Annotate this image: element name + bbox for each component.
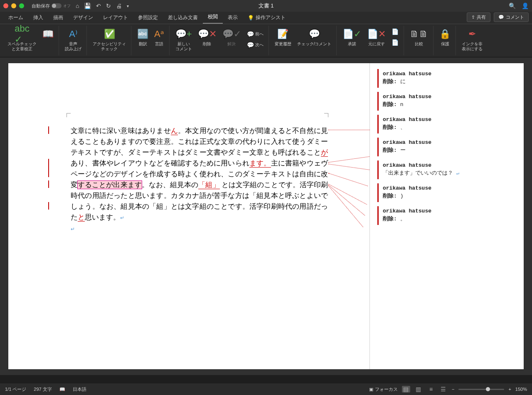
- proofing-icon[interactable]: 📖: [59, 387, 65, 392]
- commented-range[interactable]: することが出来ます: [78, 181, 142, 189]
- compare-button[interactable]: 🗎🗎 比較: [408, 27, 430, 47]
- web-layout-view-button[interactable]: ≡: [427, 386, 435, 393]
- protect-button[interactable]: 🔒 保護: [438, 27, 452, 47]
- tab-references[interactable]: 参照設定: [133, 12, 163, 24]
- read-aloud-label: 音声 読み上げ: [65, 42, 81, 52]
- save-icon[interactable]: 💾: [84, 2, 91, 9]
- new-comment-label: 新しい コメント: [175, 42, 192, 52]
- review-connector: [328, 156, 369, 163]
- review-item[interactable]: orikawa hatsuse 削除: ー: [377, 138, 516, 156]
- tracked-change[interactable]: 「組」: [198, 181, 219, 189]
- review-item[interactable]: orikawa hatsuse 削除: ): [377, 183, 516, 202]
- page-indicator[interactable]: 1/1 ページ: [5, 386, 26, 393]
- spellcheck-button[interactable]: abc✓ スペルチェック と文章校正: [6, 27, 38, 52]
- status-bar: 1/1 ページ 297 文字 📖 日本語 ▣ フォーカス ▤ ▥ ≡ ☰ − +…: [0, 383, 532, 395]
- resolve-comment-label: 解決: [227, 42, 236, 47]
- tracked-change[interactable]: ます。: [249, 159, 271, 168]
- review-content: 、: [400, 124, 406, 131]
- qat-customize-icon[interactable]: ▾: [127, 4, 129, 8]
- review-item[interactable]: orikawa hatsuse 削除: に: [377, 69, 516, 88]
- thesaurus-button[interactable]: 📖: [41, 27, 55, 52]
- accessibility-button[interactable]: ✅ アクセシビリティ チェック: [91, 27, 128, 52]
- new-comment-button[interactable]: 💬+ 新しい コメント: [174, 27, 194, 52]
- undo-icon[interactable]: ↶: [96, 2, 101, 9]
- track-changes-button[interactable]: 📝 変更履歴: [273, 27, 293, 47]
- tab-mailings[interactable]: 差し込み文書: [163, 12, 203, 24]
- next-change-button[interactable]: 📄: [390, 38, 400, 47]
- tab-view[interactable]: 表示: [223, 12, 243, 24]
- language-button[interactable]: Aᵃ 言語: [153, 27, 166, 47]
- delete-comment-button[interactable]: 💬✕ 削除: [196, 27, 218, 52]
- track-changes-label: 変更履歴: [275, 42, 291, 47]
- accept-icon: 📄✓: [342, 27, 361, 41]
- zoom-in-button[interactable]: +: [508, 387, 511, 392]
- document-body[interactable]: 文章に特に深い意味はありません。本文用なので使い方が間違えると不自然に見えること…: [71, 126, 328, 235]
- tab-insert[interactable]: 挿入: [28, 12, 48, 24]
- reject-button[interactable]: 📄✕ 元に戻す: [365, 27, 387, 47]
- prev-change-button[interactable]: 📄: [390, 27, 400, 36]
- focus-label: フォーカス: [375, 386, 398, 393]
- accept-label: 承諾: [348, 42, 356, 47]
- print-icon[interactable]: 🖨: [116, 2, 122, 9]
- hide-ink-button[interactable]: ✒ インクを非 表示にする: [460, 27, 484, 52]
- review-pane[interactable]: orikawa hatsuse 削除: に orikawa hatsuse 削除…: [370, 63, 524, 369]
- check-comment-button[interactable]: 💬 チェック/コメント: [296, 27, 333, 47]
- focus-mode-button[interactable]: ▣ フォーカス: [369, 386, 398, 393]
- home-icon[interactable]: ⌂: [76, 2, 79, 9]
- review-item[interactable]: orikawa hatsuse 「出来ます」でいいのでは？ ↵: [377, 160, 516, 179]
- lightbulb-icon: 💡: [248, 15, 254, 21]
- comment-icon: 💬: [498, 15, 504, 20]
- zoom-out-button[interactable]: −: [452, 387, 454, 392]
- zoom-slider[interactable]: [458, 389, 504, 390]
- tracked-change[interactable]: ん: [171, 127, 178, 135]
- review-item[interactable]: orikawa hatsuse 削除: n: [377, 92, 516, 111]
- tell-me[interactable]: 💡 操作アシスト: [243, 12, 291, 24]
- resolve-comment-button[interactable]: 💬✓ 解決: [221, 27, 243, 52]
- redo-icon[interactable]: ↻: [106, 2, 111, 9]
- document-canvas[interactable]: 文章に特に深い意味はありません。本文用なので使い方が間違えると不自然に見えること…: [0, 57, 532, 375]
- focus-icon: ▣: [369, 387, 373, 392]
- share-button[interactable]: ⇪ 共有: [467, 12, 490, 22]
- review-content: ー: [400, 147, 406, 153]
- translate-button[interactable]: 🔤 翻訳: [135, 27, 150, 47]
- tab-design[interactable]: デザイン: [68, 12, 98, 24]
- protect-icon: 🔒: [439, 27, 451, 41]
- compare-icon: 🗎🗎: [410, 27, 428, 41]
- page-content-area[interactable]: 文章に特に深い意味はありません。本文用なので使い方が間違えると不自然に見えること…: [8, 63, 370, 369]
- close-window-button[interactable]: [3, 3, 8, 8]
- tracked-change[interactable]: と: [78, 213, 85, 222]
- language-indicator[interactable]: 日本語: [73, 386, 86, 393]
- tab-draw[interactable]: 描画: [48, 12, 68, 24]
- outline-view-button[interactable]: ☰: [439, 386, 448, 393]
- prev-label: 前へ: [255, 31, 264, 37]
- next-comment-button[interactable]: 💬次へ: [245, 41, 265, 49]
- review-author: orikawa hatsuse: [383, 116, 512, 123]
- word-count[interactable]: 297 文字: [34, 386, 52, 393]
- autosave-toggle[interactable]: 自動保存 オフ: [32, 3, 71, 9]
- review-author: orikawa hatsuse: [383, 208, 512, 214]
- zoom-level[interactable]: 150%: [515, 387, 527, 392]
- read-aloud-button[interactable]: A⁾ 音声 読み上げ: [63, 27, 83, 52]
- comments-button[interactable]: 💬 コメント: [494, 12, 529, 22]
- review-item[interactable]: orikawa hatsuse 削除: 、: [377, 115, 516, 133]
- accept-button[interactable]: 📄✓ 承諾: [341, 27, 363, 47]
- tab-home[interactable]: ホーム: [3, 12, 28, 24]
- accessibility-icon: ✅: [104, 27, 115, 41]
- tracked-change[interactable]: が: [321, 148, 328, 157]
- review-action-label: 削除:: [383, 193, 397, 199]
- tab-layout[interactable]: レイアウト: [98, 12, 133, 24]
- prev-comment-button[interactable]: 💬前へ: [245, 30, 265, 38]
- minimize-window-button[interactable]: [11, 3, 16, 8]
- review-content: に: [400, 79, 406, 85]
- search-icon[interactable]: 🔍: [509, 2, 516, 9]
- read-mode-view-button[interactable]: ▥: [414, 386, 423, 393]
- review-item[interactable]: orikawa hatsuse 削除: 。: [377, 206, 516, 225]
- titlebar: 自動保存 オフ ⌂ 💾 ↶ ↻ 🖨 ▾ 文書 1 🔍 👤: [0, 0, 532, 12]
- tab-review[interactable]: 校閲: [203, 11, 223, 24]
- print-layout-view-button[interactable]: ▤: [402, 386, 410, 393]
- zoom-slider-thumb[interactable]: [486, 387, 490, 391]
- maximize-window-button[interactable]: [19, 3, 24, 8]
- paragraph-mark-icon: ↵: [120, 215, 124, 221]
- account-icon[interactable]: 👤: [522, 2, 529, 9]
- change-bar: [48, 126, 49, 134]
